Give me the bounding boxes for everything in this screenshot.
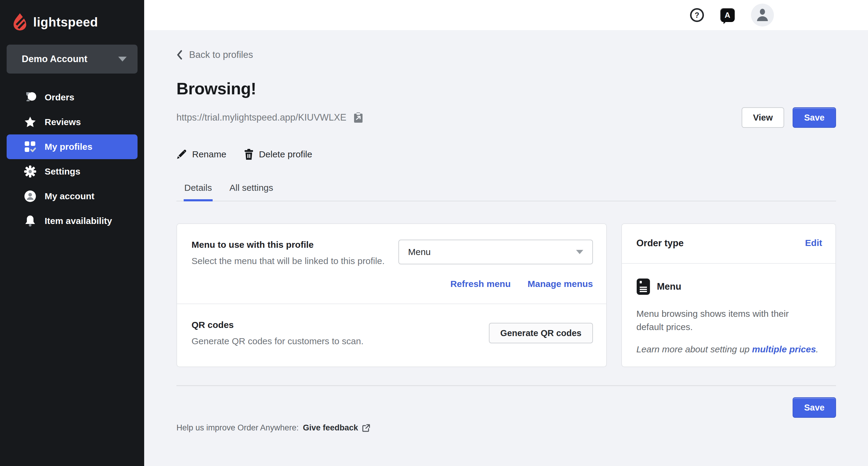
lightspeed-flame-icon xyxy=(12,13,28,32)
person-icon xyxy=(756,8,769,22)
multiple-prices-link[interactable]: multiple prices xyxy=(752,344,816,354)
trash-icon xyxy=(244,149,253,160)
chevron-down-icon xyxy=(576,250,583,254)
help-icon[interactable]: ? xyxy=(690,8,704,22)
back-to-profiles-link[interactable]: Back to profiles xyxy=(177,49,253,60)
bell-icon xyxy=(24,215,37,227)
menu-section-subtitle: Select the menu that will be linked to t… xyxy=(191,256,384,266)
sidebar-item-label: Reviews xyxy=(44,117,81,127)
order-type-description: Menu browsing shows items with their def… xyxy=(637,307,817,333)
brand-name: lightspeed xyxy=(33,15,98,30)
sidebar-item-reviews[interactable]: Reviews xyxy=(7,110,137,134)
orders-icon xyxy=(24,92,37,103)
profile-url: https://trial.mylightspeed.app/KIUVWLXE xyxy=(177,112,346,123)
page-content: Back to profiles Browsing! https://trial… xyxy=(144,30,868,433)
feedback-footer: Help us improve Order Anywhere: Give fee… xyxy=(177,423,836,433)
order-type-card: Order type Edit Menu Menu browsing shows… xyxy=(621,223,836,367)
delete-profile-button[interactable]: Delete profile xyxy=(244,149,312,160)
account-selector-label: Demo Account xyxy=(22,54,88,65)
sidebar-item-item-availability[interactable]: Item availability xyxy=(7,208,137,233)
sidebar-item-settings[interactable]: Settings xyxy=(7,159,137,184)
manage-menus-link[interactable]: Manage menus xyxy=(527,279,593,289)
sidebar-item-label: My profiles xyxy=(44,142,92,152)
language-glyph: A xyxy=(725,10,731,20)
back-link-label: Back to profiles xyxy=(189,49,253,60)
profiles-grid-icon xyxy=(24,141,37,153)
page-title: Browsing! xyxy=(177,79,836,98)
topbar: ? A xyxy=(144,0,868,30)
qr-section-title: QR codes xyxy=(191,320,364,330)
give-feedback-link[interactable]: Give feedback xyxy=(303,423,358,433)
sidebar-item-label: Orders xyxy=(44,92,74,102)
menu-section: Menu to use with this profile Select the… xyxy=(177,224,606,303)
save-button-top[interactable]: Save xyxy=(793,107,836,128)
edit-order-type-link[interactable]: Edit xyxy=(805,238,822,263)
brand-logo: lightspeed xyxy=(0,0,144,40)
menu-section-title: Menu to use with this profile xyxy=(191,240,384,250)
star-icon xyxy=(24,116,37,128)
sidebar-nav: Orders Reviews My profiles xyxy=(0,85,144,233)
tab-all-settings[interactable]: All settings xyxy=(229,182,273,201)
language-icon[interactable]: A xyxy=(720,8,735,22)
sidebar-item-my-account[interactable]: My account xyxy=(7,184,137,208)
sidebar-item-orders[interactable]: Orders xyxy=(7,85,137,110)
learn-more-text: Learn more about setting up multiple pri… xyxy=(637,344,821,355)
profile-url-group: https://trial.mylightspeed.app/KIUVWLXE xyxy=(177,112,364,123)
help-glyph: ? xyxy=(694,11,699,20)
qr-section: QR codes Generate QR codes for customers… xyxy=(177,303,606,361)
learn-more-prefix: Learn more about setting up xyxy=(637,344,752,354)
rename-button[interactable]: Rename xyxy=(177,149,226,160)
delete-profile-label: Delete profile xyxy=(259,149,312,160)
profile-edit-row: Rename Delete profile xyxy=(177,149,836,160)
url-actions-row: https://trial.mylightspeed.app/KIUVWLXE … xyxy=(177,107,836,128)
external-link-icon xyxy=(362,424,370,432)
order-type-header: Order type Edit xyxy=(622,224,835,264)
avatar[interactable] xyxy=(751,4,774,27)
refresh-menu-link[interactable]: Refresh menu xyxy=(450,279,510,289)
tab-details[interactable]: Details xyxy=(184,182,212,201)
bottom-save-row: Save xyxy=(177,397,836,418)
main-area: ? A Back to profiles Browsing! https://t… xyxy=(144,0,868,466)
pencil-icon xyxy=(177,149,187,160)
account-selector[interactable]: Demo Account xyxy=(7,44,137,73)
order-type-title: Order type xyxy=(637,238,684,263)
sidebar-item-label: My account xyxy=(44,191,94,201)
order-type-value: Menu xyxy=(657,281,681,292)
feedback-prefix: Help us improve Order Anywhere: xyxy=(177,423,299,433)
menu-document-icon xyxy=(637,278,650,295)
save-button-bottom[interactable]: Save xyxy=(793,397,836,418)
chevron-down-icon xyxy=(118,57,127,62)
generate-qr-codes-button[interactable]: Generate QR codes xyxy=(489,323,593,343)
gear-icon xyxy=(24,165,37,177)
menu-select[interactable]: Menu xyxy=(398,240,593,264)
tabs: Details All settings xyxy=(177,182,836,201)
header-actions: View Save xyxy=(742,107,836,128)
sidebar-item-label: Item availability xyxy=(44,216,112,226)
rename-label: Rename xyxy=(192,149,226,160)
cards-row: Menu to use with this profile Select the… xyxy=(177,223,836,367)
copy-url-icon[interactable] xyxy=(353,112,364,123)
person-circle-icon xyxy=(24,190,37,202)
order-type-body: Menu Menu browsing shows items with thei… xyxy=(622,264,835,367)
qr-section-subtitle: Generate QR codes for customers to scan. xyxy=(191,336,364,346)
menu-card: Menu to use with this profile Select the… xyxy=(177,223,607,367)
view-button[interactable]: View xyxy=(742,107,784,128)
chevron-left-icon xyxy=(177,50,183,60)
bottom-divider xyxy=(177,385,836,386)
menu-links: Refresh menu Manage menus xyxy=(398,279,593,289)
sidebar-item-my-profiles[interactable]: My profiles xyxy=(7,134,137,159)
sidebar-item-label: Settings xyxy=(44,166,80,177)
menu-select-value: Menu xyxy=(408,247,431,257)
learn-more-suffix: . xyxy=(816,344,818,354)
sidebar: lightspeed Demo Account Orders Reviews xyxy=(0,0,144,466)
